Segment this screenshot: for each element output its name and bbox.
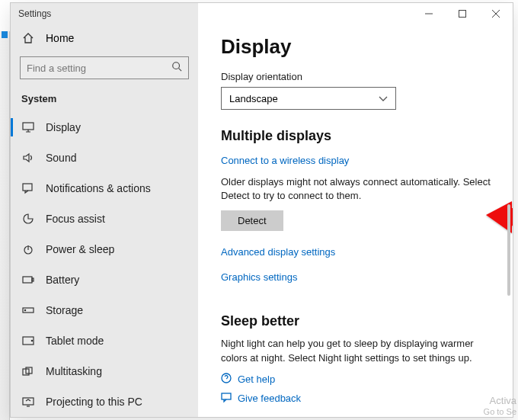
detect-button[interactable]: Detect [221, 210, 283, 231]
svg-point-0 [173, 63, 180, 69]
sidebar-item-projecting[interactable]: Projecting to this PC [11, 386, 198, 417]
svg-rect-2 [23, 184, 32, 191]
sidebar-item-label: Tablet mode [46, 335, 104, 347]
sidebar-item-focus-assist[interactable]: Focus assist [11, 204, 198, 234]
multitasking-icon [21, 367, 35, 376]
svg-rect-1 [23, 123, 34, 130]
search-placeholder: Find a setting [27, 63, 171, 74]
home-icon [21, 32, 35, 44]
titlebar: Settings [11, 3, 198, 24]
sidebar-item-storage[interactable]: Storage [11, 295, 198, 325]
tablet-icon [21, 336, 35, 345]
orientation-label: Display orientation [221, 71, 494, 82]
search-icon [171, 61, 182, 75]
advanced-display-link[interactable]: Advanced display settings [221, 246, 335, 258]
notifications-icon [21, 183, 35, 194]
power-icon [21, 244, 35, 255]
battery-icon [21, 275, 35, 284]
svg-point-7 [24, 309, 25, 310]
home-label: Home [46, 32, 74, 44]
sidebar-item-battery[interactable]: Battery [11, 265, 198, 295]
orientation-value: Landscape [229, 93, 278, 104]
get-help-link[interactable]: Get help [221, 373, 494, 386]
storage-icon [21, 306, 35, 315]
sound-icon [21, 152, 35, 163]
chevron-down-icon [379, 93, 388, 104]
projecting-icon [21, 397, 35, 406]
svg-point-17 [222, 374, 231, 383]
svg-rect-8 [23, 337, 34, 345]
sidebar-nav: Display Sound Notifications & actions Fo… [11, 112, 198, 417]
wireless-display-link[interactable]: Connect to a wireless display [221, 155, 349, 166]
page-title: Display [221, 35, 494, 59]
give-feedback-link[interactable]: Give feedback [221, 392, 494, 405]
window-title: Settings [18, 8, 198, 19]
sidebar-item-label: Projecting to this PC [46, 396, 142, 408]
close-button[interactable] [479, 3, 513, 24]
sleep-better-heading: Sleep better [221, 313, 494, 329]
sidebar-item-label: Notifications & actions [46, 182, 151, 194]
display-icon [21, 122, 35, 133]
activation-watermark: Activa Go to Se [484, 395, 516, 417]
sidebar-item-display[interactable]: Display [11, 112, 198, 143]
maximize-button[interactable] [446, 3, 479, 24]
sidebar-item-label: Power & sleep [46, 243, 114, 255]
svg-point-9 [31, 340, 32, 341]
sidebar-item-label: Storage [46, 304, 83, 316]
svg-rect-18 [222, 393, 231, 399]
svg-rect-5 [32, 278, 34, 281]
sidebar-item-sound[interactable]: Sound [11, 143, 198, 173]
sidebar-item-label: Display [46, 121, 81, 133]
sidebar-item-tablet-mode[interactable]: Tablet mode [11, 325, 198, 356]
home-button[interactable]: Home [11, 24, 198, 52]
focus-assist-icon [21, 213, 35, 224]
sidebar-item-notifications[interactable]: Notifications & actions [11, 173, 198, 204]
get-help-label: Get help [238, 374, 275, 385]
sidebar-item-label: Sound [46, 152, 76, 164]
detect-description: Older displays might not always connect … [221, 175, 494, 203]
sidebar-item-label: Focus assist [46, 213, 105, 225]
graphics-settings-link[interactable]: Graphics settings [221, 271, 297, 283]
sleep-description: Night light can help you get to sleep by… [221, 337, 494, 364]
help-icon [221, 373, 232, 386]
settings-window: Settings Home Find a setting System Disp… [10, 2, 513, 418]
orientation-select[interactable]: Landscape [221, 87, 396, 110]
sidebar-item-power-sleep[interactable]: Power & sleep [11, 234, 198, 265]
search-input[interactable]: Find a setting [20, 56, 189, 79]
sidebar-item-multitasking[interactable]: Multitasking [11, 356, 198, 386]
content-pane: Display Display orientation Landscape Mu… [198, 3, 513, 417]
sidebar-item-label: Battery [46, 274, 79, 286]
svg-rect-14 [459, 11, 466, 18]
sidebar-item-label: Multitasking [46, 365, 102, 377]
scrollbar-thumb[interactable] [507, 204, 510, 296]
feedback-icon [221, 392, 232, 405]
give-feedback-label: Give feedback [238, 393, 301, 404]
svg-rect-4 [23, 277, 32, 283]
sidebar: Settings Home Find a setting System Disp… [11, 3, 198, 417]
multiple-displays-heading: Multiple displays [221, 128, 494, 144]
category-heading: System [11, 88, 198, 112]
minimize-button[interactable] [412, 3, 446, 24]
